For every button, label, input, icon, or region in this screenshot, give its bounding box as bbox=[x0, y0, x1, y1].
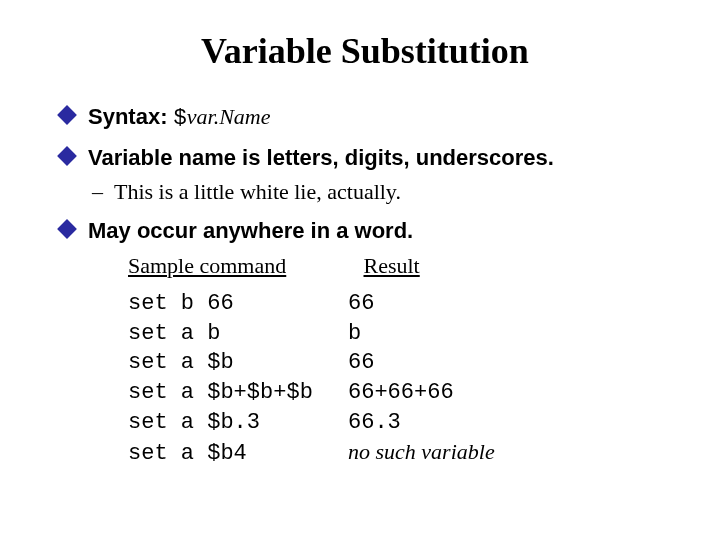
example-headers: Sample command Result bbox=[128, 253, 670, 279]
bullet-syntax-dollar: $ bbox=[174, 106, 187, 131]
table-row: set a $b4no such variable bbox=[128, 437, 670, 469]
bullet-list: Syntax: $var.Name Variable name is lette… bbox=[60, 100, 670, 247]
table-row: set a bb bbox=[128, 319, 670, 349]
bullet-varname-text: Variable name is letters, digits, unders… bbox=[88, 145, 554, 170]
diamond-icon bbox=[57, 219, 77, 239]
header-result: Result bbox=[364, 253, 420, 279]
cell-res: no such variable bbox=[348, 437, 495, 467]
bullet-syntax: Syntax: $var.Name bbox=[60, 100, 670, 135]
slide: Variable Substitution Syntax: $var.Name … bbox=[0, 0, 720, 540]
example-table: set b 6666 set a bb set a $b66 set a $b+… bbox=[128, 289, 670, 469]
diamond-icon bbox=[57, 105, 77, 125]
cell-cmd: set b 66 bbox=[128, 289, 348, 319]
bullet-anywhere: May occur anywhere in a word. bbox=[60, 214, 670, 247]
sub-bullet-list: This is a little white lie, actually. bbox=[88, 176, 670, 208]
sub-bullet-whitelie: This is a little white lie, actually. bbox=[88, 176, 670, 208]
slide-title: Variable Substitution bbox=[60, 30, 670, 72]
cell-res: 66+66+66 bbox=[348, 378, 454, 408]
table-row: set b 6666 bbox=[128, 289, 670, 319]
cell-res: 66 bbox=[348, 348, 374, 378]
bullet-syntax-label: Syntax: bbox=[88, 104, 174, 129]
header-command: Sample command bbox=[128, 253, 358, 279]
table-row: set a $b66 bbox=[128, 348, 670, 378]
cell-cmd: set a $b+$b+$b bbox=[128, 378, 348, 408]
cell-cmd: set a b bbox=[128, 319, 348, 349]
cell-res: 66.3 bbox=[348, 408, 401, 438]
cell-res: b bbox=[348, 319, 361, 349]
bullet-syntax-varname: var.Name bbox=[187, 104, 271, 129]
cell-cmd: set a $b bbox=[128, 348, 348, 378]
cell-cmd: set a $b4 bbox=[128, 439, 348, 469]
cell-cmd: set a $b.3 bbox=[128, 408, 348, 438]
table-row: set a $b+$b+$b66+66+66 bbox=[128, 378, 670, 408]
table-row: set a $b.366.3 bbox=[128, 408, 670, 438]
diamond-icon bbox=[57, 146, 77, 166]
bullet-anywhere-text: May occur anywhere in a word. bbox=[88, 218, 413, 243]
cell-res: 66 bbox=[348, 289, 374, 319]
bullet-varname-rule: Variable name is letters, digits, unders… bbox=[60, 141, 670, 208]
